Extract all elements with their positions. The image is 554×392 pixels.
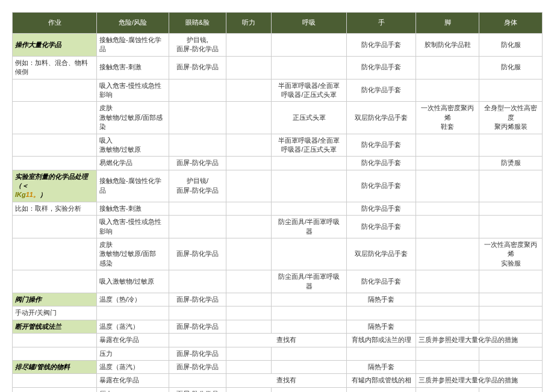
cell: 温度（蒸汽） [97,360,169,373]
cell [479,270,543,293]
cell: 防烫服 [479,157,543,170]
cell [13,216,97,238]
cell [226,34,272,57]
cell [13,157,97,170]
section-title: 阀门操作 [13,293,97,306]
cell [347,347,416,360]
cell: 吸入激敏物/过敏原 [97,270,169,293]
cell [479,387,543,392]
cell [272,202,347,215]
cell: 压力 [97,387,169,392]
cell: 暴露在化学品 [97,334,169,347]
section-title: 断开管线或法兰 [13,320,97,333]
cell: 护目镜,面屏-防化学品 [169,34,226,57]
cell: 护目镜/面屏-防化学品 [169,170,226,202]
table-body: 操作大量化学品接触危险-腐蚀性化学品护目镜,面屏-防化学品防化学品手套胶制防化学… [13,34,543,393]
cell: 防尘面具/半面罩呼吸器 [272,270,347,293]
cell [226,102,272,134]
cell [272,34,347,57]
cell [169,270,226,293]
cell [13,270,97,293]
cell: 防化学品手套 [347,270,416,293]
cell [416,216,479,238]
cell [479,202,543,215]
cell: 防化学品手套 [347,79,416,102]
cell: 面屏-防化学品 [169,157,226,170]
cell: 温度（热/冷） [97,293,169,306]
cell [169,202,226,215]
cell [416,293,479,306]
cell: 面屏·防化学品 [169,56,226,79]
cell: 半面罩呼吸器/全面罩呼吸器/正压式头罩 [272,134,347,157]
cell: 压力 [97,347,169,360]
cell [169,374,226,387]
cell [13,238,97,270]
cell [13,347,97,360]
col-header-0: 作业 [13,13,97,34]
cell [226,134,272,157]
section-note: 比如：取样，实验分析 [13,202,97,215]
cell: 吸入危害-慢性或急性影响 [97,216,169,238]
cell: 接触危险-腐蚀性化学品 [97,170,169,202]
cell [416,157,479,170]
cell: 面屏-防化学品 [169,347,226,360]
cell [226,293,272,306]
cell [272,170,347,202]
cell [479,360,543,373]
cell [226,320,272,333]
cell: 防化学品手套 [347,34,416,57]
cell [226,360,272,373]
cell [416,134,479,157]
cell [479,216,543,238]
section-title: 排尽罐/管线的物料 [13,360,97,373]
cell: 双层防化学品手套 [347,238,416,270]
cell: 皮肤激敏物/过敏原/面部感染 [97,238,169,270]
cell [416,202,479,215]
cell [416,360,479,373]
cell [226,56,272,79]
cell: 面屏-防化学品 [169,360,226,373]
cell: 易燃化学品 [97,157,169,170]
cell [479,347,543,360]
cell [272,387,347,392]
cell [272,56,347,79]
cell [479,293,543,306]
cell [272,320,347,333]
cell [416,56,479,79]
cell: 隔热手套 [347,320,416,333]
cell [13,334,97,347]
cell: 接触危害-刺激 [97,202,169,215]
cell: 防化学品手套 [347,134,416,157]
cell: 防化服 [479,56,543,79]
cell [416,270,479,293]
cell [226,270,272,293]
cell: 全身型一次性高密度聚丙烯服装 [479,102,543,134]
cell: 面屏-防化学品 [169,320,226,333]
cell [416,170,479,202]
cell [479,306,543,320]
cell: 防化学品手套 [347,56,416,79]
section-note: 例如：加料、混合、物料倾倒 [13,56,97,79]
cell: 防尘面具/半面罩呼吸器 [272,216,347,238]
cell [97,306,169,320]
cell [226,202,272,215]
ppe-matrix-table: 作业危险/风险眼睛&脸听力呼吸手脚身体 操作大量化学品接触危险-腐蚀性化学品护目… [12,12,543,392]
cell: 皮肤激敏物/过敏原/面部感染 [97,102,169,134]
col-header-3: 听力 [226,13,272,34]
cell: 一次性高密度聚丙烯鞋套 [416,102,479,134]
cell: 吸入激敏物/过敏原 [97,134,169,157]
cell: 隔热手套 [347,293,416,306]
cell: 正压式头罩 [272,102,347,134]
cell: 接触危害-刺激 [97,56,169,79]
cell [272,360,347,373]
cell [479,134,543,157]
cell: 防化学品手套 [347,202,416,215]
section-title: 操作大量化学品 [13,34,97,57]
cell: 查找有 [226,374,347,387]
col-header-6: 脚 [416,13,479,34]
cell: 有罐内部或管线的相 [347,374,416,387]
cell: 三质并参照处理大量化学品的措施 [416,334,543,347]
cell [13,79,97,102]
cell: 防化服 [479,34,543,57]
cell: 胶制防化学品鞋 [416,34,479,57]
